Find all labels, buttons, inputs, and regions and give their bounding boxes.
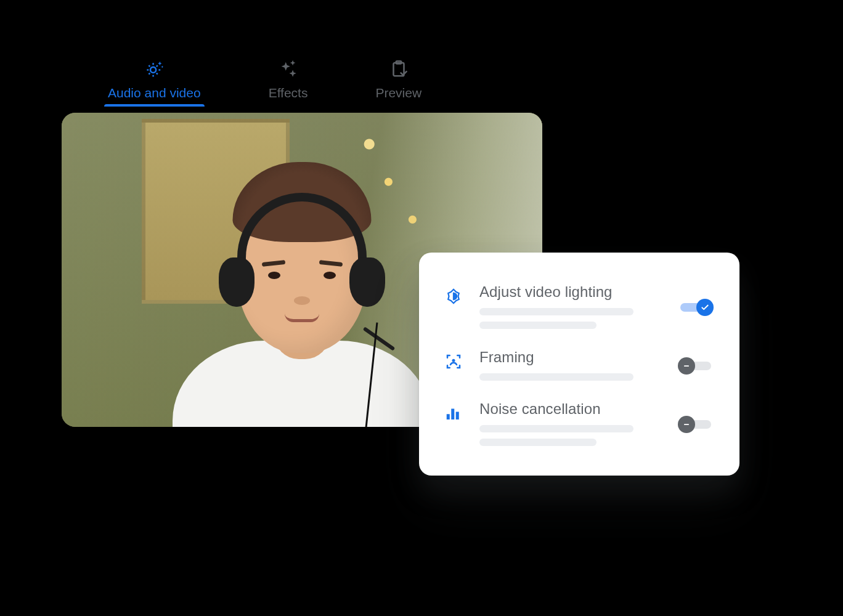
audio-video-settings-panel: Adjust video lighting Framing bbox=[419, 253, 739, 476]
tab-label: Effects bbox=[269, 86, 308, 100]
frame-person-icon bbox=[441, 349, 466, 371]
setting-row-noise-cancellation: Noise cancellation bbox=[441, 392, 717, 457]
setting-row-framing: Framing bbox=[441, 340, 717, 392]
tab-effects[interactable]: Effects bbox=[269, 59, 308, 107]
sparkles-icon bbox=[278, 59, 299, 79]
tab-label: Audio and video bbox=[108, 86, 201, 100]
svg-rect-4 bbox=[684, 365, 689, 367]
tab-audio-and-video[interactable]: Audio and video bbox=[108, 59, 201, 107]
skeleton-line bbox=[479, 439, 597, 446]
brightness-icon bbox=[441, 283, 466, 306]
setting-title: Noise cancellation bbox=[479, 400, 664, 418]
tab-label: Preview bbox=[375, 86, 422, 100]
svg-rect-8 bbox=[684, 424, 689, 425]
toggle-framing[interactable] bbox=[678, 357, 714, 375]
gear-sparkle-icon bbox=[144, 59, 165, 79]
setting-title: Framing bbox=[479, 349, 664, 366]
svg-point-3 bbox=[452, 359, 455, 362]
skeleton-line bbox=[479, 425, 633, 432]
svg-point-0 bbox=[150, 67, 156, 73]
svg-rect-6 bbox=[451, 409, 454, 420]
minus-icon bbox=[678, 357, 695, 375]
toggle-lighting[interactable] bbox=[678, 299, 714, 316]
bars-icon bbox=[441, 400, 466, 423]
svg-rect-5 bbox=[447, 414, 450, 419]
setting-row-lighting: Adjust video lighting bbox=[441, 275, 717, 340]
skeleton-line bbox=[479, 308, 633, 315]
tab-preview[interactable]: Preview bbox=[375, 59, 422, 107]
skeleton-line bbox=[479, 322, 597, 329]
toggle-noise-cancellation[interactable] bbox=[678, 416, 714, 433]
settings-tabs: Audio and video Effects bbox=[62, 59, 739, 107]
tab-active-indicator bbox=[104, 104, 205, 107]
minus-icon bbox=[678, 416, 695, 433]
clipboard-check-icon bbox=[388, 59, 409, 79]
svg-rect-7 bbox=[456, 412, 459, 420]
skeleton-line bbox=[479, 373, 633, 381]
setting-title: Adjust video lighting bbox=[479, 283, 664, 301]
check-icon bbox=[696, 299, 714, 316]
